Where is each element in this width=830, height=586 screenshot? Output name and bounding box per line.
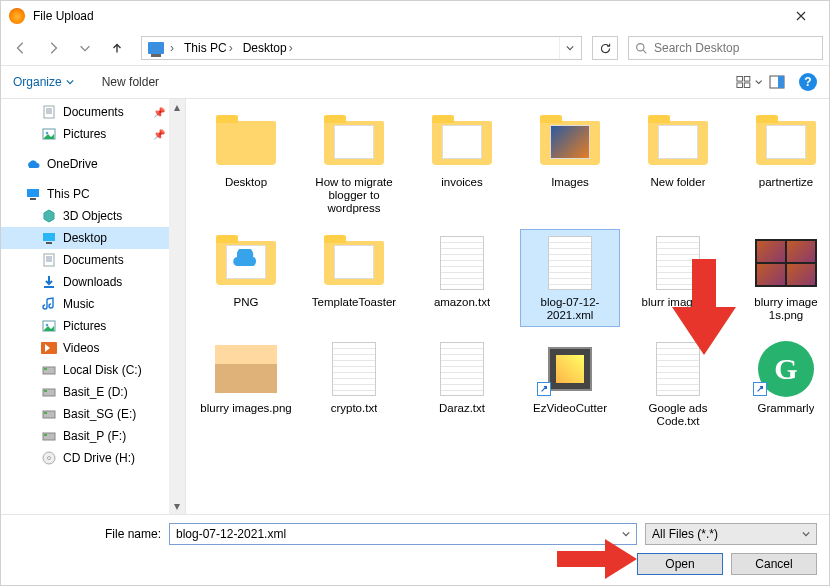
file-item[interactable]: Google ads Code.txt xyxy=(628,335,728,433)
sidebar-scrollbar[interactable]: ▴ ▾ xyxy=(169,99,185,514)
breadcrumb-desktop[interactable]: Desktop › xyxy=(239,37,299,59)
file-item[interactable]: invoices xyxy=(412,109,512,221)
search-input[interactable]: Search Desktop xyxy=(628,36,823,60)
file-thumb xyxy=(319,234,389,292)
filter-value: All Files (*.*) xyxy=(652,527,718,541)
cd-icon xyxy=(41,450,57,466)
sidebar-item-label: Basit_P (F:) xyxy=(63,429,126,443)
file-item[interactable]: amazon.txt xyxy=(412,229,512,327)
breadcrumb-root[interactable]: › xyxy=(144,37,180,59)
file-item[interactable]: blurry images.png xyxy=(196,335,296,433)
disk-icon xyxy=(41,406,57,422)
file-item[interactable]: New folder xyxy=(628,109,728,221)
sidebar-item-local-disk-c-[interactable]: Local Disk (C:) xyxy=(1,359,185,381)
file-item[interactable]: partnertize xyxy=(736,109,829,221)
file-thumb xyxy=(211,234,281,292)
file-item[interactable]: blog-07-12-2021.xml xyxy=(520,229,620,327)
disk-icon xyxy=(41,428,57,444)
sidebar-item-label: Pictures xyxy=(63,319,106,333)
file-thumb xyxy=(211,114,281,172)
forward-button[interactable] xyxy=(39,35,67,61)
svg-rect-21 xyxy=(44,390,47,392)
file-label: invoices xyxy=(441,176,483,189)
chevron-right-icon: › xyxy=(170,41,174,55)
file-thumb xyxy=(427,340,497,398)
sidebar-item-this-pc[interactable]: This PC xyxy=(1,183,185,205)
sidebar-item-pictures[interactable]: Pictures📌 xyxy=(1,123,185,145)
sidebar-item-label: This PC xyxy=(47,187,90,201)
svg-rect-4 xyxy=(744,83,750,88)
recent-button[interactable] xyxy=(71,35,99,61)
file-label: PNG xyxy=(234,296,259,309)
sidebar-item-documents[interactable]: Documents📌 xyxy=(1,101,185,123)
file-item[interactable]: blurr image.txt xyxy=(628,229,728,327)
chevron-down-icon xyxy=(66,78,74,86)
address-bar[interactable]: › This PC › Desktop › xyxy=(141,36,582,60)
thispc-icon xyxy=(25,186,41,202)
sidebar-item-videos[interactable]: Videos xyxy=(1,337,185,359)
sidebar-item-basit-p-f-[interactable]: Basit_P (F:) xyxy=(1,425,185,447)
file-item[interactable]: Desktop xyxy=(196,109,296,221)
view-button[interactable] xyxy=(735,70,763,94)
svg-point-27 xyxy=(48,457,51,460)
file-item[interactable]: How to migrate blogger to wordpress xyxy=(304,109,404,221)
filename-input[interactable]: blog-07-12-2021.xml xyxy=(169,523,637,545)
refresh-button[interactable] xyxy=(592,36,618,60)
file-item[interactable]: EzVideoCutter xyxy=(520,335,620,433)
file-label: Daraz.txt xyxy=(439,402,485,415)
back-button[interactable] xyxy=(7,35,35,61)
address-dropdown[interactable] xyxy=(559,37,579,59)
nav-row: › This PC › Desktop › Search Desktop xyxy=(1,31,829,65)
preview-pane-button[interactable] xyxy=(763,70,791,94)
file-label: Images xyxy=(551,176,589,189)
firefox-icon xyxy=(9,8,25,24)
sidebar-item-cd-drive-h-[interactable]: CD Drive (H:) xyxy=(1,447,185,469)
svg-rect-15 xyxy=(44,286,54,288)
filename-value: blog-07-12-2021.xml xyxy=(176,527,286,541)
file-list[interactable]: DesktopHow to migrate blogger to wordpre… xyxy=(186,99,829,514)
down-icon xyxy=(41,274,57,290)
desktop-icon xyxy=(41,230,57,246)
cancel-button[interactable]: Cancel xyxy=(731,553,817,575)
file-item[interactable]: PNG xyxy=(196,229,296,327)
open-button[interactable]: Open xyxy=(637,553,723,575)
sidebar-item-3d-objects[interactable]: 3D Objects xyxy=(1,205,185,227)
svg-rect-23 xyxy=(44,412,47,414)
sidebar-item-pictures[interactable]: Pictures xyxy=(1,315,185,337)
sidebar-item-downloads[interactable]: Downloads xyxy=(1,271,185,293)
svg-rect-13 xyxy=(46,242,52,244)
file-label: TemplateToaster xyxy=(312,296,396,309)
sidebar-item-basit-sg-e-[interactable]: Basit_SG (E:) xyxy=(1,403,185,425)
file-item[interactable]: blurry image 1s.png xyxy=(736,229,829,327)
scroll-up-icon[interactable]: ▴ xyxy=(169,99,185,115)
file-type-filter[interactable]: All Files (*.*) xyxy=(645,523,817,545)
arrow-up-icon xyxy=(110,41,124,55)
breadcrumb-thispc[interactable]: This PC › xyxy=(180,37,239,59)
toolbar: Organize New folder ? xyxy=(1,65,829,99)
sidebar-item-onedrive[interactable]: OneDrive xyxy=(1,153,185,175)
file-item[interactable]: Images xyxy=(520,109,620,221)
help-button[interactable]: ? xyxy=(799,73,817,91)
file-item[interactable]: crypto.txt xyxy=(304,335,404,433)
sidebar-item-music[interactable]: Music xyxy=(1,293,185,315)
up-button[interactable] xyxy=(103,35,131,61)
preview-pane-icon xyxy=(769,75,785,89)
svg-rect-2 xyxy=(744,76,750,81)
sidebar-item-label: Videos xyxy=(63,341,99,355)
file-item[interactable]: Grammarly xyxy=(736,335,829,433)
sidebar-item-desktop[interactable]: Desktop xyxy=(1,227,185,249)
file-thumb xyxy=(535,340,605,398)
svg-rect-7 xyxy=(44,106,54,118)
file-item[interactable]: Daraz.txt xyxy=(412,335,512,433)
file-label: Google ads Code.txt xyxy=(631,402,725,428)
sidebar-item-basit-e-d-[interactable]: Basit_E (D:) xyxy=(1,381,185,403)
file-label: amazon.txt xyxy=(434,296,490,309)
chevron-right-icon: › xyxy=(289,41,293,55)
organize-button[interactable]: Organize xyxy=(13,75,74,89)
new-folder-button[interactable]: New folder xyxy=(102,75,159,89)
file-item[interactable]: TemplateToaster xyxy=(304,229,404,327)
close-button[interactable] xyxy=(781,1,821,31)
pic-icon xyxy=(41,126,57,142)
sidebar-item-documents[interactable]: Documents xyxy=(1,249,185,271)
scroll-down-icon[interactable]: ▾ xyxy=(169,498,185,514)
